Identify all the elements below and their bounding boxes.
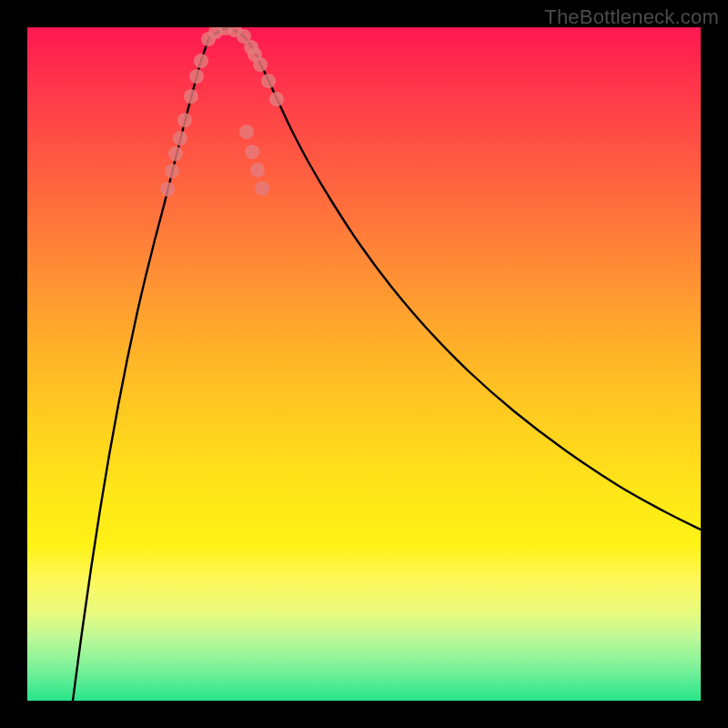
data-point	[261, 74, 276, 88]
chart-markers	[160, 27, 284, 197]
data-point	[173, 131, 187, 146]
data-point	[160, 182, 175, 197]
data-point	[245, 145, 259, 159]
data-point	[255, 181, 269, 196]
data-point	[184, 89, 198, 104]
chart-curves	[73, 29, 701, 702]
chart-svg	[27, 27, 701, 701]
data-point	[253, 57, 268, 72]
data-point	[189, 69, 204, 84]
data-point	[165, 164, 179, 178]
data-point	[239, 125, 254, 139]
data-point	[168, 147, 183, 161]
data-point	[269, 92, 284, 106]
chart-frame	[27, 27, 701, 701]
data-point	[250, 163, 265, 177]
bottleneck-curve	[73, 29, 701, 702]
data-point	[194, 54, 208, 68]
data-point	[177, 113, 192, 127]
watermark-label: TheBottleneck.com	[544, 5, 719, 29]
